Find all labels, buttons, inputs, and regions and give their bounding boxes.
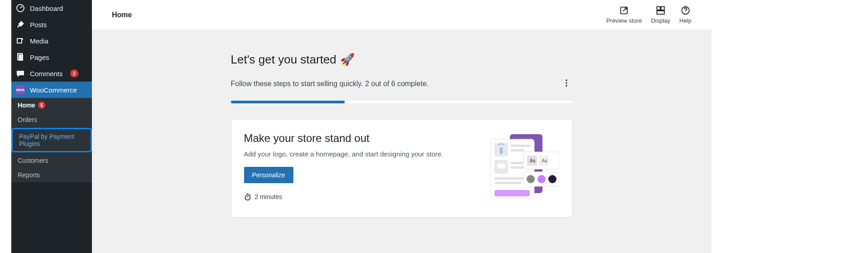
comment-icon (16, 69, 25, 78)
svg-rect-4 (19, 54, 23, 61)
submenu-label: Reports (18, 171, 40, 179)
progress-bar (231, 101, 573, 103)
display-button[interactable]: Display (651, 5, 671, 24)
svg-point-11 (566, 82, 567, 84)
progress-text: Follow these steps to start selling quic… (231, 80, 429, 88)
task-title: Make your store stand out (244, 132, 476, 145)
action-label: Help (679, 17, 691, 24)
svg-rect-17 (500, 147, 503, 154)
task-card: Make your store stand out Add your logo,… (231, 119, 573, 218)
comments-badge: 3 (70, 69, 78, 78)
svg-point-33 (527, 175, 535, 183)
dashboard-icon (16, 4, 25, 13)
sidebar-label: Comments (30, 70, 63, 78)
woocommerce-submenu: Home 5 Orders PayPal by Payment Plugins … (11, 98, 92, 182)
submenu-label: PayPal by Payment Plugins (19, 133, 84, 147)
task-description: Add your logo, create a homepage, and st… (244, 150, 476, 158)
svg-point-35 (548, 175, 556, 183)
more-options-button[interactable] (560, 77, 573, 91)
woocommerce-icon: woo (16, 85, 25, 94)
admin-sidebar: Dashboard Posts Media Pages Comments 3 w… (11, 0, 92, 253)
sidebar-item-comments[interactable]: Comments 3 (11, 65, 92, 82)
svg-text:Aa: Aa (530, 158, 536, 163)
submenu-item-paypal[interactable]: PayPal by Payment Plugins (11, 128, 92, 152)
help-button[interactable]: Help (679, 5, 691, 24)
media-icon (16, 36, 25, 45)
help-icon (681, 5, 691, 15)
sidebar-item-woocommerce[interactable]: woo WooCommerce (11, 82, 92, 98)
content-area: Let's get you started 🚀 Follow these ste… (92, 30, 711, 253)
sidebar-item-dashboard[interactable]: Dashboard (11, 0, 92, 16)
pages-icon (16, 53, 25, 62)
svg-rect-6 (657, 7, 660, 10)
sidebar-item-media[interactable]: Media (11, 33, 92, 49)
sidebar-label: WooCommerce (30, 86, 77, 94)
svg-rect-8 (657, 11, 665, 14)
submenu-item-home[interactable]: Home 5 (11, 98, 92, 112)
task-illustration: Aa Aa (487, 132, 560, 204)
progress-fill (231, 101, 345, 103)
svg-point-10 (566, 79, 567, 81)
svg-rect-19 (511, 149, 524, 151)
action-label: Preview store (606, 17, 642, 24)
sidebar-item-posts[interactable]: Posts (11, 16, 92, 33)
svg-rect-7 (661, 7, 664, 10)
page-title: Home (112, 11, 132, 19)
svg-point-2 (21, 38, 23, 40)
sidebar-label: Dashboard (30, 5, 63, 12)
topbar-actions: Preview store Display Help (606, 5, 691, 24)
sidebar-label: Posts (30, 21, 47, 29)
submenu-item-reports[interactable]: Reports (11, 168, 92, 182)
topbar: Home Preview store Display Help (92, 0, 711, 30)
dots-vertical-icon (562, 78, 571, 88)
svg-text:Aa: Aa (542, 158, 547, 163)
submenu-badge: 5 (38, 102, 45, 109)
submenu-label: Orders (18, 116, 37, 123)
sidebar-label: Pages (30, 54, 49, 61)
submenu-item-orders[interactable]: Orders (11, 112, 92, 127)
submenu-label: Customers (18, 157, 48, 164)
preview-store-button[interactable]: Preview store (606, 5, 642, 24)
svg-rect-1 (17, 39, 22, 43)
sidebar-item-pages[interactable]: Pages (11, 49, 92, 65)
submenu-label: Home (18, 102, 35, 109)
svg-point-21 (497, 163, 506, 169)
pin-icon (16, 20, 25, 29)
stopwatch-icon (244, 193, 251, 200)
svg-rect-23 (511, 166, 524, 169)
svg-rect-26 (494, 190, 530, 196)
getting-started-headline: Let's get you started 🚀 (231, 53, 573, 67)
svg-point-12 (566, 85, 567, 87)
svg-point-34 (537, 175, 546, 183)
svg-point-13 (245, 195, 250, 200)
submenu-item-customers[interactable]: Customers (11, 153, 92, 168)
svg-rect-25 (494, 182, 522, 184)
main-area: Home Preview store Display Help (92, 0, 711, 253)
task-time: 2 minutes (244, 193, 476, 200)
sidebar-label: Media (30, 37, 48, 45)
rocket-icon: 🚀 (340, 53, 355, 67)
svg-rect-18 (511, 145, 531, 147)
headline-text: Let's get you started (231, 53, 336, 67)
time-text: 2 minutes (255, 193, 283, 200)
layout-icon (656, 5, 666, 15)
action-label: Display (651, 17, 671, 24)
personalize-button[interactable]: Personalize (244, 167, 293, 183)
external-link-icon (619, 5, 629, 15)
